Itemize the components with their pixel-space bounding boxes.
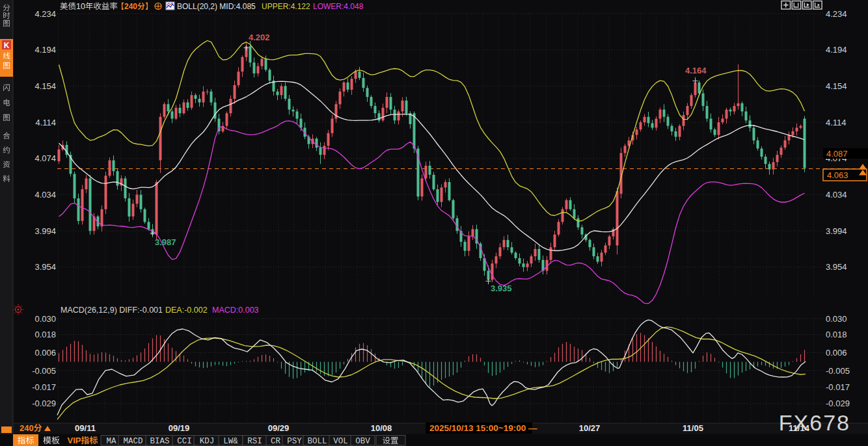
svg-text:4.164: 4.164 [685, 66, 707, 75]
svg-text:MACD(26,12,9) DIFF:-0.001: MACD(26,12,9) DIFF:-0.001 [61, 306, 163, 315]
svg-text:0.030: 0.030 [826, 314, 847, 324]
svg-text:4.074: 4.074 [34, 153, 56, 163]
svg-text:BOLL(20,2) MID:4.085: BOLL(20,2) MID:4.085 [177, 2, 256, 11]
svg-text:10/08: 10/08 [371, 423, 392, 433]
svg-text:0.006: 0.006 [826, 348, 847, 358]
svg-text:DEA:-0.002: DEA:-0.002 [165, 306, 208, 315]
svg-text:3.935: 3.935 [491, 283, 512, 293]
svg-text:MACD: MACD [123, 437, 142, 446]
svg-text:BOLL: BOLL [307, 437, 327, 446]
svg-text:4.063: 4.063 [827, 170, 848, 180]
svg-text:3.987: 3.987 [155, 237, 176, 247]
svg-text:-0.005: -0.005 [32, 366, 56, 376]
svg-text:4.202: 4.202 [249, 33, 270, 42]
svg-text:240: 240 [124, 2, 137, 11]
svg-text:VOL: VOL [333, 437, 348, 446]
svg-text:MACD:0.003: MACD:0.003 [212, 306, 259, 315]
svg-text:PSY: PSY [287, 437, 302, 446]
svg-text:3.994: 3.994 [34, 226, 56, 236]
svg-text:4.194: 4.194 [826, 45, 847, 55]
svg-text:0.018: 0.018 [826, 330, 847, 339]
svg-text:-0.017: -0.017 [826, 382, 850, 392]
svg-text:3.954: 3.954 [34, 262, 56, 272]
svg-text:BIAS: BIAS [150, 437, 169, 446]
svg-text:KDJ: KDJ [200, 437, 215, 446]
svg-text:VIP: VIP [68, 436, 81, 445]
svg-text:-0.029: -0.029 [826, 399, 850, 408]
svg-text:10: 10 [76, 2, 85, 11]
svg-text:3.954: 3.954 [826, 262, 847, 272]
svg-text:CCI: CCI [177, 437, 192, 446]
svg-text:-0.005: -0.005 [826, 366, 850, 376]
svg-text:MA: MA [106, 437, 116, 446]
svg-text:2025/10/13 15:00~19:00 —: 2025/10/13 15:00~19:00 — [429, 423, 537, 433]
svg-text:-0.017: -0.017 [32, 382, 56, 392]
svg-text:OBV: OBV [355, 437, 370, 446]
svg-text:4.087: 4.087 [826, 149, 848, 159]
svg-text:0.006: 0.006 [34, 348, 56, 358]
svg-text:CR: CR [271, 437, 281, 446]
svg-text:0.018: 0.018 [34, 330, 56, 339]
svg-text:UPPER:4.122: UPPER:4.122 [262, 2, 310, 11]
svg-text:240: 240 [20, 423, 34, 433]
svg-text:4.114: 4.114 [826, 118, 847, 127]
svg-text:LW&: LW& [223, 437, 238, 446]
svg-text:4.154: 4.154 [34, 81, 56, 91]
svg-text:0.030: 0.030 [34, 314, 56, 324]
svg-text:LOWER:4.048: LOWER:4.048 [313, 2, 364, 11]
svg-text:RSI: RSI [247, 437, 262, 446]
svg-text:-0.029: -0.029 [32, 399, 56, 408]
svg-text:4.234: 4.234 [826, 9, 847, 19]
svg-text:3.994: 3.994 [826, 226, 847, 236]
svg-text:4.154: 4.154 [826, 81, 847, 91]
svg-text:4.194: 4.194 [34, 45, 56, 55]
svg-text:11/05: 11/05 [683, 423, 703, 433]
svg-text:10/27: 10/27 [579, 423, 601, 433]
svg-text:4.234: 4.234 [34, 9, 56, 19]
svg-text:09/29: 09/29 [268, 423, 290, 433]
svg-text:FX678: FX678 [779, 410, 850, 435]
svg-text:4.034: 4.034 [826, 190, 847, 200]
svg-text:09/11: 09/11 [75, 423, 96, 433]
svg-text:09/19: 09/19 [169, 423, 190, 433]
svg-text:K: K [4, 41, 10, 50]
svg-text:4.034: 4.034 [34, 190, 56, 200]
svg-text:4.114: 4.114 [35, 118, 56, 127]
